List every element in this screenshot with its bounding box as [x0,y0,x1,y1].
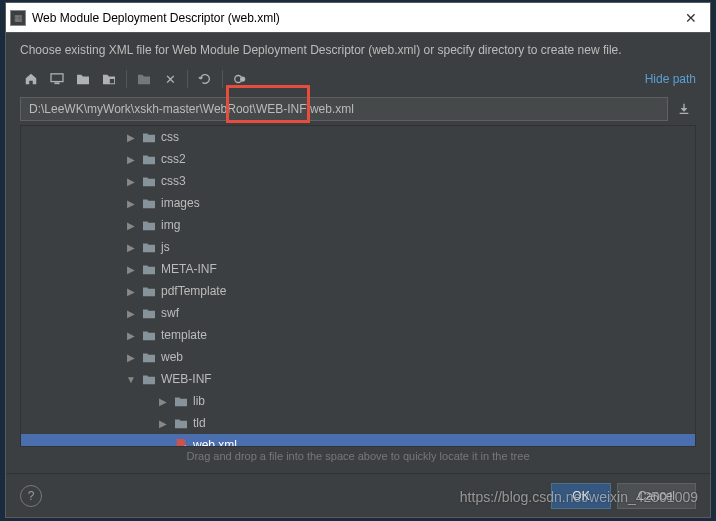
show-hidden-icon[interactable] [229,68,251,90]
hide-path-link[interactable]: Hide path [645,72,696,86]
xml-file-icon: xml [173,438,189,447]
expand-icon[interactable]: ▶ [157,418,169,429]
app-icon: ▦ [10,10,26,26]
expand-icon[interactable]: ▶ [125,220,137,231]
tree-item[interactable]: ▶template [21,324,695,346]
tree-item-label: tld [193,416,206,430]
cancel-button[interactable]: Cancel [617,483,696,509]
expand-icon[interactable]: ▶ [125,308,137,319]
folder-icon [141,240,157,254]
folder-icon [141,284,157,298]
tree-item-label: template [161,328,207,342]
collapse-icon[interactable]: ▼ [125,374,137,385]
folder-icon [141,152,157,166]
separator [222,70,223,88]
expand-icon[interactable]: ▶ [125,352,137,363]
expand-icon[interactable]: ▶ [125,242,137,253]
save-path-icon[interactable] [672,97,696,121]
close-button[interactable]: ✕ [676,4,706,32]
desktop-icon[interactable] [46,68,68,90]
module-icon[interactable] [98,68,120,90]
ok-button[interactable]: OK [551,483,610,509]
folder-icon [141,350,157,364]
tree-item[interactable]: ▶css [21,126,695,148]
new-folder-icon[interactable] [133,68,155,90]
folder-icon [173,416,189,430]
tree-item[interactable]: ▶swf [21,302,695,324]
tree-item-label: images [161,196,200,210]
expand-icon[interactable]: ▶ [125,154,137,165]
tree-item[interactable]: xmlweb.xml [21,434,695,447]
tree-item-label: img [161,218,180,232]
tree-item-label: META-INF [161,262,217,276]
svg-rect-1 [54,82,59,84]
tree-item[interactable]: ▶img [21,214,695,236]
tree-item-label: pdfTemplate [161,284,226,298]
toolbar: ✕ Hide path [20,67,696,91]
folder-icon [141,328,157,342]
titlebar: ▦ Web Module Deployment Descriptor (web.… [6,3,710,33]
folder-icon [141,174,157,188]
expand-icon[interactable]: ▶ [125,132,137,143]
tree-item-label: web.xml [193,438,237,447]
folder-icon [141,196,157,210]
folder-icon [141,130,157,144]
expand-icon[interactable]: ▶ [125,198,137,209]
tree-item-label: css [161,130,179,144]
folder-icon [141,372,157,386]
tree-item[interactable]: ▶tld [21,412,695,434]
svg-rect-0 [51,74,63,82]
path-row [20,97,696,121]
folder-icon [141,262,157,276]
tree-item-label: css3 [161,174,186,188]
svg-text:xml: xml [176,443,186,448]
path-input[interactable] [20,97,668,121]
content-area: Choose existing XML file for Web Module … [6,33,710,473]
tree-item-label: swf [161,306,179,320]
window-title: Web Module Deployment Descriptor (web.xm… [32,11,676,25]
tree-item[interactable]: ▶lib [21,390,695,412]
tree-item[interactable]: ▶pdfTemplate [21,280,695,302]
separator [187,70,188,88]
project-icon[interactable] [72,68,94,90]
expand-icon[interactable]: ▶ [157,396,169,407]
delete-icon[interactable]: ✕ [159,68,181,90]
footer: ? OK Cancel [6,473,710,517]
folder-icon [141,306,157,320]
expand-icon[interactable]: ▶ [125,264,137,275]
tree-item[interactable]: ▶css3 [21,170,695,192]
dialog: ▦ Web Module Deployment Descriptor (web.… [5,2,711,518]
refresh-icon[interactable] [194,68,216,90]
tree-item[interactable]: ▶js [21,236,695,258]
svg-point-4 [240,76,245,81]
tree-item[interactable]: ▶web [21,346,695,368]
tree-item-label: WEB-INF [161,372,212,386]
tree-item[interactable]: ▶META-INF [21,258,695,280]
help-button[interactable]: ? [20,485,42,507]
separator [126,70,127,88]
expand-icon[interactable]: ▶ [125,330,137,341]
drag-drop-hint: Drag and drop a file into the space abov… [20,447,696,465]
svg-rect-2 [110,79,114,83]
tree-item-label: js [161,240,170,254]
tree-item-label: lib [193,394,205,408]
tree-item[interactable]: ▶images [21,192,695,214]
folder-icon [141,218,157,232]
file-tree[interactable]: ▶css▶css2▶css3▶images▶img▶js▶META-INF▶pd… [20,125,696,447]
expand-icon[interactable]: ▶ [125,286,137,297]
tree-item-label: web [161,350,183,364]
instruction-text: Choose existing XML file for Web Module … [20,43,696,57]
expand-icon[interactable]: ▶ [125,176,137,187]
tree-item[interactable]: ▶css2 [21,148,695,170]
folder-icon [173,394,189,408]
tree-item[interactable]: ▼WEB-INF [21,368,695,390]
home-icon[interactable] [20,68,42,90]
tree-item-label: css2 [161,152,186,166]
